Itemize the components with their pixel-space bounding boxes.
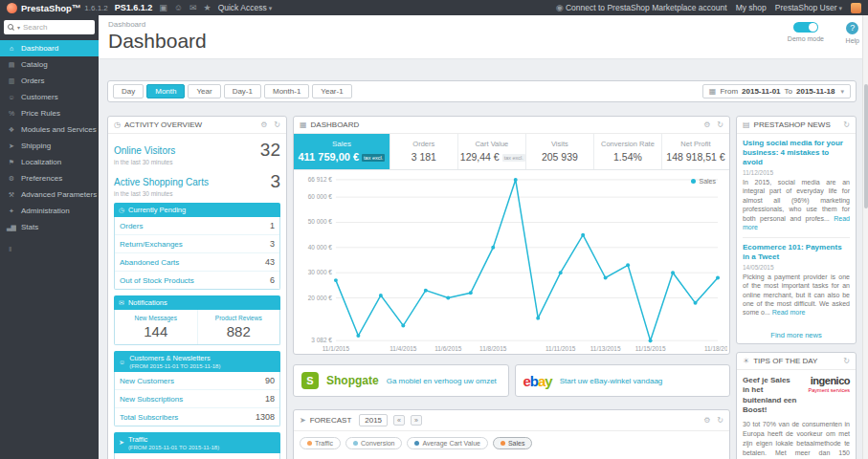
gear-icon[interactable]: ⚙	[703, 416, 710, 425]
notification-value: 144	[117, 323, 195, 339]
filter-year-1-button[interactable]: Year-1	[312, 84, 351, 98]
sidebar-item-orders[interactable]: ▥Orders	[0, 73, 99, 89]
forecast-legend-average-cart-value[interactable]: Average Cart Value	[407, 437, 487, 449]
legend-dot-icon	[691, 179, 696, 184]
forecast-year-value: 2015	[365, 416, 382, 425]
previous-year-button[interactable]: «	[393, 415, 405, 426]
svg-text:40 000 €: 40 000 €	[308, 244, 333, 251]
refresh-icon[interactable]: ↻	[274, 120, 280, 129]
refresh-icon[interactable]: ↻	[717, 120, 723, 129]
news-item-date: 14/05/2015	[743, 264, 850, 271]
customers-row-label[interactable]: Total Subscribers	[120, 413, 178, 422]
online-visitors-link[interactable]: Online Visitors	[114, 145, 175, 156]
kpi-tab-net-profit[interactable]: Net Profit148 918,51 €	[662, 134, 729, 169]
sidebar-item-localization[interactable]: ⚑Localization	[0, 154, 99, 170]
help-label: Help	[846, 37, 859, 44]
kpi-tax-badge: tax excl.	[502, 154, 525, 162]
filter-month-button[interactable]: Month	[146, 84, 185, 98]
kpi-tab-cart-value[interactable]: Cart Value129,44 €tax excl.	[458, 134, 526, 169]
kpi-tab-orders[interactable]: Orders3 181	[390, 134, 458, 169]
refresh-icon[interactable]: ↻	[717, 416, 723, 425]
customer-icon[interactable]: ☺	[174, 3, 183, 12]
sidebar-item-preferences[interactable]: ⚙Preferences	[0, 170, 99, 186]
read-more-link[interactable]: Read more	[772, 309, 806, 316]
my-shop-link[interactable]: My shop	[736, 3, 767, 12]
filter-day-button[interactable]: Day	[113, 84, 144, 98]
sidebar-item-dashboard[interactable]: ⌂Dashboard	[0, 40, 99, 56]
shopgate-ad-link[interactable]: Ga mobiel en verhoog uw omzet	[387, 377, 497, 385]
scrollbar-thumb[interactable]	[864, 84, 868, 208]
notification-value: 882	[200, 323, 278, 339]
search-input[interactable]	[23, 23, 91, 32]
gear-icon[interactable]: ⚙	[260, 120, 267, 129]
refresh-icon[interactable]: ↻	[843, 120, 850, 129]
breadcrumb: Dashboard	[108, 20, 858, 29]
find-more-news-link[interactable]: Find more news	[737, 329, 856, 343]
kpi-tab-conversion-rate[interactable]: Conversion Rate1.54%	[594, 134, 662, 169]
sidebar-item-stats[interactable]: ▃▆Stats	[0, 219, 99, 235]
filter-month-1-button[interactable]: Month-1	[264, 84, 309, 98]
next-year-button[interactable]: »	[411, 415, 422, 426]
sidebar-search[interactable]: ▾	[4, 20, 95, 34]
news-item-title[interactable]: Using social media for your business: 4 …	[743, 139, 850, 167]
chevron-down-icon: ▾	[840, 88, 844, 96]
notification-product-reviews[interactable]: Product Reviews882	[198, 310, 280, 344]
star-icon[interactable]: ★	[204, 3, 211, 12]
traffic-section-range: (FROM 2015-11-01 TO 2015-11-18)	[128, 445, 219, 450]
demo-mode-toggle[interactable]	[793, 22, 818, 33]
pending-row-label[interactable]: Abandoned Carts	[120, 258, 179, 267]
chevron-down-icon: ▾	[838, 5, 842, 11]
prestashop-logo[interactable]: PrestaShop™ 1.6.1.2	[7, 3, 108, 13]
mail-icon[interactable]: ✉	[189, 3, 197, 12]
refresh-icon[interactable]: ↻	[843, 357, 850, 365]
notification-new-messages[interactable]: New Messages144	[115, 310, 198, 344]
active-carts-link[interactable]: Active Shopping Carts	[114, 177, 209, 187]
sidebar-item-shipping[interactable]: ➤Shipping	[0, 138, 99, 154]
google-analytics-link[interactable]: Link to your Google Analytics account	[115, 453, 279, 459]
sidebar-item-customers[interactable]: ☺Customers	[0, 89, 99, 105]
search-scope-caret-icon[interactable]: ▾	[17, 24, 20, 31]
filter-day-1-button[interactable]: Day-1	[224, 84, 261, 98]
sidebar-item-catalog[interactable]: ▤Catalog	[0, 56, 99, 73]
kpi-value: 148 918,51 €	[664, 151, 727, 163]
forecast-legend-traffic[interactable]: Traffic	[300, 437, 341, 449]
news-item-title[interactable]: Ecommerce 101: Payments in a Tweet	[743, 243, 850, 262]
read-more-link[interactable]: Read more	[743, 215, 850, 230]
pending-row-label[interactable]: Return/Exchanges	[120, 240, 183, 249]
traffic-section-title: Traffic	[128, 435, 147, 444]
kpi-tab-sales[interactable]: Sales411 759,00 €tax excl.	[294, 134, 390, 169]
quick-access-menu[interactable]: Quick Access▾	[218, 3, 273, 12]
user-menu[interactable]: PrestaShop User▾	[775, 3, 842, 12]
kpi-value: 205 939	[528, 151, 591, 163]
sidebar-item-modules-and-services[interactable]: ❖Modules and Services	[0, 121, 99, 138]
ebay-ad[interactable]: ebay Start uw eBay-winkel vandaag	[515, 364, 731, 397]
sidebar-item-administration[interactable]: ✦Administration	[0, 203, 99, 219]
shop-name-link[interactable]: PS1.6.1.2	[115, 3, 153, 12]
forecast-year-select[interactable]: 2015	[359, 414, 388, 426]
scrollbar[interactable]	[862, 15, 868, 459]
marketplace-link[interactable]: ◉ Connect to PrestaShop Marketplace acco…	[556, 3, 727, 12]
forecast-legend-conversion[interactable]: Conversion	[345, 437, 402, 449]
shopgate-ad[interactable]: S Shopgate Ga mobiel en verhoog uw omzet	[293, 364, 509, 397]
forecast-legend-sales[interactable]: Sales	[493, 437, 533, 449]
gear-icon[interactable]: ⚙	[703, 120, 710, 129]
pending-row-label[interactable]: Out of Stock Products	[120, 276, 194, 285]
kpi-tab-visits[interactable]: Visits205 939	[526, 134, 594, 169]
sidebar-item-advanced-parameters[interactable]: ⚒Advanced Parameters	[0, 186, 99, 203]
localization-icon: ⚑	[6, 159, 16, 166]
collapse-sidebar-button[interactable]: ‖	[9, 245, 99, 253]
help-button[interactable]: ? Help	[846, 22, 859, 44]
sidebar: ▾ ⌂Dashboard▤Catalog▥Orders☺Customers%Pr…	[0, 15, 99, 459]
ingenico-logo[interactable]: ingenico Payment services	[802, 376, 850, 393]
pending-row-label[interactable]: Orders	[120, 222, 143, 230]
demo-mode-control[interactable]: Demo mode	[788, 22, 824, 42]
chart-legend-sales[interactable]: Sales	[691, 178, 716, 185]
filter-year-button[interactable]: Year	[188, 84, 220, 98]
cart-icon[interactable]: ▣	[159, 3, 167, 12]
avatar[interactable]	[851, 3, 861, 13]
date-range-picker[interactable]: ▦ From 2015-11-01 To 2015-11-18 ▾	[702, 84, 851, 98]
customers-row-label[interactable]: New Subscriptions	[120, 395, 183, 404]
ebay-ad-link[interactable]: Start uw eBay-winkel vandaag	[560, 377, 663, 385]
sidebar-item-price-rules[interactable]: %Price Rules	[0, 105, 99, 121]
customers-row-label[interactable]: New Customers	[120, 377, 174, 385]
